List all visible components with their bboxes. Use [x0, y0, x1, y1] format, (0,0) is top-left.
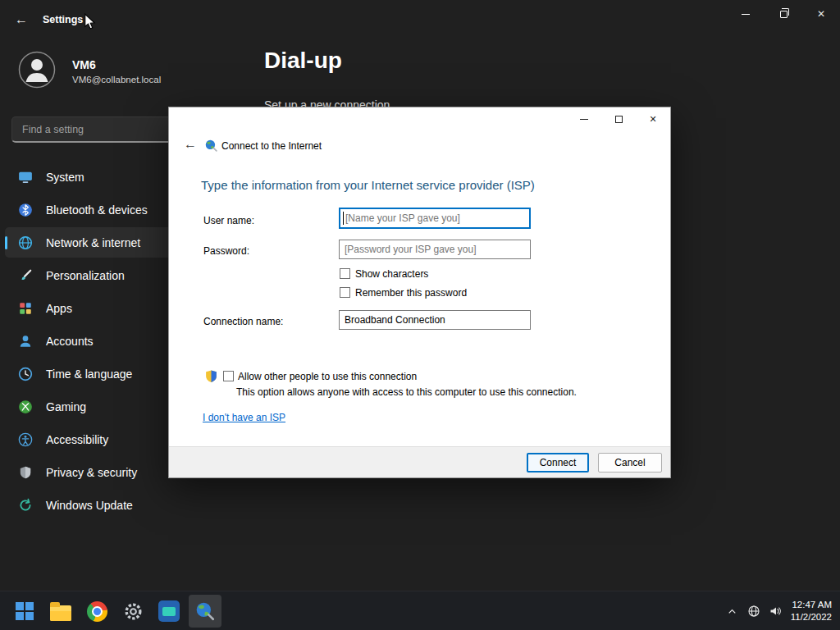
username-input[interactable]: [339, 208, 531, 229]
person-icon: [18, 334, 33, 349]
pinned-app-button[interactable]: [153, 595, 185, 628]
minimize-button[interactable]: [727, 0, 765, 28]
xbox-icon: [18, 399, 33, 414]
restore-button[interactable]: [765, 0, 802, 28]
paintbrush-icon: [18, 268, 33, 283]
sidebar-item-label: Apps: [46, 302, 72, 315]
remember-password-checkbox[interactable]: [340, 287, 350, 298]
allow-others-checkbox[interactable]: [223, 371, 234, 381]
apps-grid-icon: [18, 301, 33, 316]
maximize-icon: [615, 116, 623, 123]
accessibility-icon: [18, 432, 33, 447]
sidebar-item-label: Accounts: [46, 335, 94, 348]
taskbar-clock[interactable]: 12:47 AM 11/2/2022: [791, 599, 832, 623]
connection-name-label: Connection name:: [203, 316, 283, 327]
system-icon: [18, 170, 33, 185]
tray-network-button[interactable]: [743, 598, 765, 624]
file-explorer-button[interactable]: [44, 595, 77, 628]
connection-wizard-button[interactable]: [189, 595, 221, 628]
cancel-button[interactable]: Cancel: [598, 453, 662, 472]
settings-app-button[interactable]: [116, 595, 149, 628]
sidebar-item-label: Time & language: [46, 368, 132, 381]
speaker-icon: [769, 605, 782, 618]
allow-others-description: This option allows anyone with access to…: [236, 386, 577, 398]
update-arrows-icon: [18, 498, 33, 513]
globe-icon: [18, 235, 33, 250]
username-label: User name:: [203, 215, 254, 226]
minimize-icon: [742, 14, 750, 15]
clock-date: 11/2/2022: [791, 611, 832, 623]
dialog-footer: Connect Cancel: [169, 446, 670, 477]
monitor-app-icon: [158, 600, 180, 622]
connect-internet-icon: [194, 600, 216, 622]
profile-name: VM6: [72, 58, 96, 71]
chevron-up-icon: [726, 605, 738, 618]
sidebar-item-label: Bluetooth & devices: [46, 203, 148, 217]
taskbar: 12:47 AM 11/2/2022: [0, 591, 840, 630]
show-characters-checkbox[interactable]: [340, 268, 350, 279]
dialog-minimize-button[interactable]: [567, 107, 601, 131]
windows-logo-icon: [16, 602, 34, 620]
folder-icon: [50, 605, 71, 621]
dialog-maximize-button[interactable]: [601, 107, 636, 131]
connection-name-input[interactable]: [339, 310, 531, 330]
dialog-titlebar: ✕: [169, 107, 670, 132]
sidebar-item-label: System: [46, 171, 84, 184]
clock-icon: [18, 367, 33, 381]
chrome-icon: [87, 601, 107, 622]
sidebar-item-label: Personalization: [46, 269, 125, 282]
network-globe-icon: [747, 605, 760, 618]
sidebar-item-label: Accessibility: [46, 433, 108, 446]
connect-internet-dialog: ✕ ← Connect to the Internet Type the inf…: [168, 107, 671, 478]
system-tray: 12:47 AM 11/2/2022: [722, 591, 840, 630]
tray-volume-button[interactable]: [765, 598, 786, 624]
sidebar-item-label: Gaming: [46, 400, 86, 413]
sidebar-item-label: Windows Update: [46, 499, 133, 512]
password-label: Password:: [203, 245, 249, 257]
minimize-icon: [580, 119, 588, 120]
allow-others-label[interactable]: Allow other people to use this connectio…: [238, 371, 417, 382]
restore-icon: [780, 11, 788, 18]
dialog-close-button[interactable]: ✕: [636, 107, 670, 131]
bluetooth-icon: [18, 203, 33, 217]
close-button[interactable]: ✕: [802, 0, 840, 28]
sidebar-item-label: Network & internet: [46, 236, 140, 249]
dialog-window-controls: ✕: [567, 107, 670, 131]
gear-icon: [123, 601, 144, 622]
tray-overflow-button[interactable]: [722, 598, 743, 624]
profile-email: VM6@collabnet.local: [72, 75, 161, 84]
sidebar-item-windows-update[interactable]: Windows Update: [5, 490, 240, 520]
user-avatar: [18, 51, 56, 89]
no-isp-link[interactable]: I don't have an ISP: [203, 412, 285, 423]
back-button[interactable]: ←: [11, 10, 31, 30]
clock-time: 12:47 AM: [791, 599, 832, 611]
chrome-button[interactable]: [80, 595, 113, 628]
settings-titlebar: ← Settings ✕: [0, 0, 840, 39]
dialog-back-button[interactable]: ←: [181, 135, 199, 153]
window-controls: ✕: [727, 0, 840, 28]
shield-icon: [18, 465, 33, 480]
dialog-title: Connect to the Internet: [221, 140, 322, 152]
dialog-heading: Type the information from your Internet …: [201, 178, 535, 192]
show-characters-label[interactable]: Show characters: [355, 268, 428, 280]
settings-window-title: Settings: [43, 14, 83, 25]
taskbar-icons: [8, 595, 221, 628]
start-button[interactable]: [8, 595, 41, 628]
connect-internet-icon: [204, 139, 218, 153]
sidebar-item-label: Privacy & security: [46, 466, 137, 479]
password-input[interactable]: [339, 240, 531, 259]
connect-button[interactable]: Connect: [527, 453, 589, 472]
remember-password-label[interactable]: Remember this password: [355, 287, 467, 299]
page-title: Dial-up: [264, 48, 342, 74]
uac-shield-icon: [204, 369, 218, 383]
